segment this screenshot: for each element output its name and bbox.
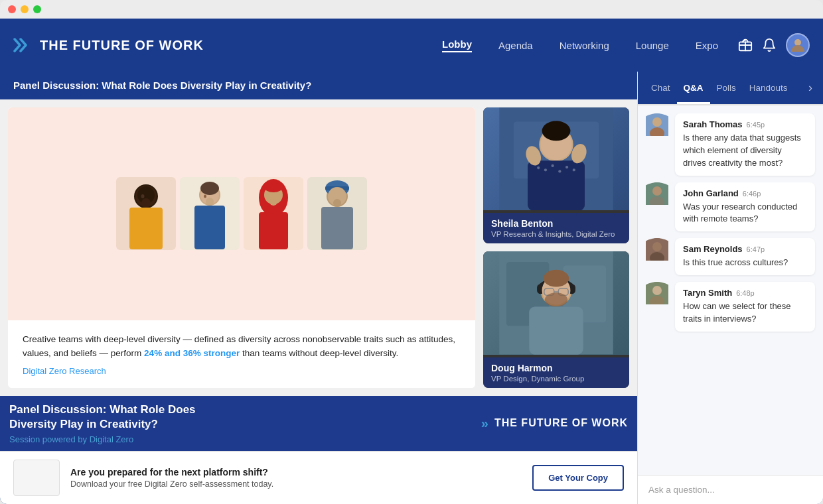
person-silhouette-3 <box>244 177 303 250</box>
cta-thumbnail <box>13 460 60 496</box>
nav-networking[interactable]: Networking <box>560 40 609 51</box>
nav-agenda[interactable]: Agenda <box>498 40 533 51</box>
avatar-john-garland <box>646 182 668 205</box>
cta-text-block: Are you prepared for the next platform s… <box>70 467 522 489</box>
nav-lobby[interactable]: Lobby <box>442 38 472 52</box>
svg-point-9 <box>141 194 145 198</box>
chat-tabs: Chat Q&A Polls Handouts › <box>638 72 823 105</box>
brand-watermark-text: THE FUTURE OF WORK <box>494 417 628 429</box>
svg-point-59 <box>652 117 662 127</box>
speaker-video-1 <box>483 107 629 210</box>
speaker-name-2: Doug Harmon <box>491 363 621 373</box>
main-content: Panel Discussion: What Role Does Diversi… <box>0 72 637 504</box>
speaker-card-1: Sheila Benton VP Research & Insights, Di… <box>483 107 629 243</box>
svg-point-55 <box>544 270 569 287</box>
tab-chat[interactable]: Chat <box>644 74 677 104</box>
person-silhouette-4 <box>307 177 367 250</box>
speaker-card-2: Doug Harmon VP Design, Dynamic Group <box>483 251 629 387</box>
svg-point-65 <box>652 242 662 251</box>
tab-qa[interactable]: Q&A <box>677 74 710 104</box>
user-avatar[interactable] <box>786 33 810 57</box>
svg-point-36 <box>544 168 547 171</box>
chat-message-4: Taryn Smith 6:48p How can we select for … <box>646 282 815 332</box>
nav-lounge[interactable]: Lounge <box>636 40 669 51</box>
doc-preview-icon <box>33 465 40 491</box>
cta-title: Are you prepared for the next platform s… <box>70 467 522 477</box>
person-silhouette-1 <box>116 177 176 250</box>
svg-point-39 <box>565 166 568 168</box>
chat-user-2: John Garland <box>683 188 739 198</box>
chat-body-1: Is there any data that suggests which el… <box>683 132 807 170</box>
chat-time-1: 6:45p <box>747 121 765 129</box>
page-body: Panel Discussion: What Role Does Diversi… <box>0 72 823 504</box>
chat-bubble-1: Sarah Thomas 6:45p Is there any data tha… <box>675 113 815 176</box>
svg-point-14 <box>200 182 219 195</box>
panel-title-bottom: Panel Discussion: What Role Does Diversi… <box>9 403 208 432</box>
chat-user-1: Sarah Thomas <box>683 119 743 129</box>
svg-rect-12 <box>194 206 225 249</box>
svg-point-37 <box>551 164 554 167</box>
speaker-info-2: Doug Harmon VP Design, Dynamic Group <box>483 357 629 388</box>
brand-chevrons-icon <box>13 38 33 52</box>
close-button[interactable] <box>8 5 16 13</box>
svg-point-40 <box>573 168 575 171</box>
navbar: THE FUTURE OF WORK Lobby Agenda Networki… <box>0 19 823 72</box>
window-chrome <box>0 0 823 19</box>
svg-point-3 <box>794 39 801 46</box>
brand-watermark-chevrons: » <box>481 416 489 431</box>
svg-point-15 <box>204 195 206 198</box>
avatar-sarah-thomas <box>646 113 668 136</box>
maximize-button[interactable] <box>33 5 41 13</box>
ask-question-input[interactable]: Ask a question... <box>638 475 823 504</box>
svg-rect-57 <box>529 307 583 355</box>
slide-body-text: Creative teams with deep-level diversity… <box>23 332 461 361</box>
cta-button[interactable]: Get Your Copy <box>532 465 624 491</box>
chat-bubble-2: John Garland 6:46p Was your research con… <box>675 182 815 232</box>
chat-more-icon[interactable]: › <box>804 72 816 104</box>
chat-body-2: Was your research conducted with remote … <box>683 201 807 226</box>
gift-icon[interactable] <box>738 38 753 52</box>
chat-sidebar: Chat Q&A Polls Handouts › Sarah Thomas <box>637 72 823 504</box>
notification-icon[interactable] <box>762 38 777 52</box>
svg-rect-19 <box>259 212 288 249</box>
minimize-button[interactable] <box>21 5 29 13</box>
chat-message-2: John Garland 6:46p Was your research con… <box>646 182 815 232</box>
speaker-video-2 <box>483 251 629 354</box>
chat-messages: Sarah Thomas 6:45p Is there any data tha… <box>638 105 823 475</box>
session-title: Panel Discussion: What Role Does Diversi… <box>13 80 311 91</box>
svg-point-10 <box>141 198 151 208</box>
slide-link[interactable]: Digital Zero Research <box>23 366 461 376</box>
chat-user-3: Sam Reynolds <box>683 244 743 254</box>
chat-bubble-3: Sam Reynolds 6:47p Is this true across c… <box>675 238 815 275</box>
slide-container: Creative teams with deep-level diversity… <box>8 107 475 388</box>
speaker-title-2: VP Design, Dynamic Group <box>491 375 621 383</box>
speaker-title-1: VP Research & Insights, Digital Zero <box>491 230 621 238</box>
diversity-illustration <box>116 177 367 250</box>
highlight-stat: 24% and 36% stronger <box>144 348 240 358</box>
person-silhouette-2 <box>180 177 240 250</box>
svg-point-43 <box>542 121 571 141</box>
brand-text: THE FUTURE OF WORK <box>40 38 204 53</box>
brand-watermark: » THE FUTURE OF WORK <box>481 416 628 431</box>
svg-point-21 <box>269 198 277 206</box>
tab-polls[interactable]: Polls <box>710 74 743 104</box>
chat-time-2: 6:46p <box>743 190 761 198</box>
avatar-sam-reynolds <box>646 238 668 261</box>
svg-rect-34 <box>528 160 585 210</box>
svg-rect-6 <box>129 208 163 249</box>
bottom-strip: Panel Discussion: What Role Does Diversi… <box>0 396 637 451</box>
nav-action-icons <box>738 33 810 57</box>
speaker-videos: Sheila Benton VP Research & Insights, Di… <box>483 107 629 388</box>
svg-rect-25 <box>321 207 353 249</box>
nav-expo[interactable]: Expo <box>696 40 718 51</box>
slide-content <box>8 107 475 320</box>
speaker-info-1: Sheila Benton VP Research & Insights, Di… <box>483 213 629 243</box>
speaker-name-1: Sheila Benton <box>491 218 621 229</box>
chat-body-3: Is this true across cultures? <box>683 257 807 269</box>
tab-handouts[interactable]: Handouts <box>743 74 794 104</box>
svg-point-27 <box>333 199 341 207</box>
chat-message-3: Sam Reynolds 6:47p Is this true across c… <box>646 238 815 275</box>
slide-text-area: Creative teams with deep-level diversity… <box>8 320 475 388</box>
brand-logo[interactable]: THE FUTURE OF WORK <box>13 38 204 53</box>
bottom-strip-left: Panel Discussion: What Role Does Diversi… <box>9 403 208 444</box>
